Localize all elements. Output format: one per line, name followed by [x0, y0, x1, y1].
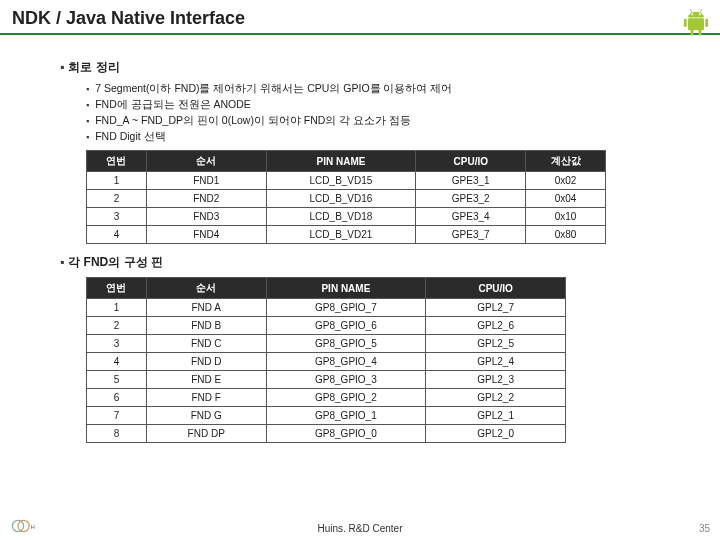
- table-cell: GPL2_1: [426, 407, 566, 425]
- footer-center-text: Huins. R&D Center: [317, 523, 402, 534]
- table-row: 4FND4LCD_B_VD21GPE3_70x80: [87, 226, 606, 244]
- table-row: 8FND DPGP8_GPIO_0GPL2_0: [87, 425, 566, 443]
- table-cell: GPE3_1: [416, 172, 526, 190]
- table-header-cell: CPU/IO: [416, 151, 526, 172]
- svg-rect-4: [699, 30, 702, 36]
- table-cell: FND B: [146, 317, 266, 335]
- svg-rect-3: [691, 30, 694, 36]
- table-cell: 4: [87, 226, 147, 244]
- section-2-heading: ▪각 FND의 구성 핀: [60, 254, 660, 271]
- table-cell: GPL2_4: [426, 353, 566, 371]
- list-item: 7 Segment(이하 FND)를 제어하기 위해서는 CPU의 GPIO를 …: [86, 82, 660, 96]
- table-cell: GPE3_4: [416, 208, 526, 226]
- table-cell: 2: [87, 190, 147, 208]
- table-header-cell: 순서: [146, 151, 266, 172]
- svg-point-7: [691, 13, 693, 15]
- bullet-square-icon: ▪: [60, 60, 64, 74]
- page-number: 35: [699, 523, 710, 534]
- list-item: FND에 공급되는 전원은 ANODE: [86, 98, 660, 112]
- table-cell: FND1: [146, 172, 266, 190]
- table-cell: GP8_GPIO_6: [266, 317, 426, 335]
- svg-line-5: [690, 9, 692, 13]
- table-cell: FND4: [146, 226, 266, 244]
- table-cell: 0x80: [526, 226, 606, 244]
- table-row: 2FND BGP8_GPIO_6GPL2_6: [87, 317, 566, 335]
- table-cell: GPL2_3: [426, 371, 566, 389]
- table-cell: LCD_B_VD18: [266, 208, 416, 226]
- table-cell: FND2: [146, 190, 266, 208]
- list-item: FND Digit 선택: [86, 130, 660, 144]
- table-row: 3FND3LCD_B_VD18GPE3_40x10: [87, 208, 606, 226]
- table-header-cell: CPU/IO: [426, 278, 566, 299]
- svg-rect-0: [688, 18, 704, 30]
- table-header-cell: 순서: [146, 278, 266, 299]
- table-cell: GPL2_5: [426, 335, 566, 353]
- table-cell: 3: [87, 335, 147, 353]
- table-cell: GP8_GPIO_3: [266, 371, 426, 389]
- table-cell: FND C: [146, 335, 266, 353]
- table-cell: 4: [87, 353, 147, 371]
- table-cell: LCD_B_VD15: [266, 172, 416, 190]
- table-cell: 3: [87, 208, 147, 226]
- table-cell: GPL2_7: [426, 299, 566, 317]
- section-1-bullets: 7 Segment(이하 FND)를 제어하기 위해서는 CPU의 GPIO를 …: [86, 82, 660, 144]
- table-cell: GP8_GPIO_7: [266, 299, 426, 317]
- table-cell: 1: [87, 172, 147, 190]
- table-cell: GPE3_2: [416, 190, 526, 208]
- table-cell: FND F: [146, 389, 266, 407]
- android-icon: [680, 6, 712, 38]
- table-header-row: 연번순서PIN NAMECPU/IO: [87, 278, 566, 299]
- table-cell: 0x10: [526, 208, 606, 226]
- table-cell: 0x04: [526, 190, 606, 208]
- table-cell: 2: [87, 317, 147, 335]
- svg-rect-1: [684, 19, 687, 27]
- table-header-cell: PIN NAME: [266, 151, 416, 172]
- table-row: 3FND CGP8_GPIO_5GPL2_5: [87, 335, 566, 353]
- table-header-cell: PIN NAME: [266, 278, 426, 299]
- table-cell: FND A: [146, 299, 266, 317]
- table-cell: GP8_GPIO_1: [266, 407, 426, 425]
- table-cell: 5: [87, 371, 147, 389]
- section-1-heading: ▪회로 정리: [60, 59, 660, 76]
- table-cell: 7: [87, 407, 147, 425]
- table-cell: GPL2_2: [426, 389, 566, 407]
- table-cell: FND G: [146, 407, 266, 425]
- table-row: 5FND EGP8_GPIO_3GPL2_3: [87, 371, 566, 389]
- table-fnd-pins: 연번순서PIN NAMECPU/IO 1FND AGP8_GPIO_7GPL2_…: [86, 277, 566, 443]
- footer: Huins. R&D Center 35: [0, 523, 720, 534]
- table-header-cell: 계산값: [526, 151, 606, 172]
- list-item: FND_A ~ FND_DP의 핀이 0(Low)이 되어야 FND의 각 요소…: [86, 114, 660, 128]
- section-2: ▪각 FND의 구성 핀 연번순서PIN NAMECPU/IO 1FND AGP…: [60, 254, 660, 443]
- table-fnd-digit: 연번순서PIN NAMECPU/IO계산값 1FND1LCD_B_VD15GPE…: [86, 150, 606, 244]
- svg-point-8: [699, 13, 701, 15]
- svg-line-6: [700, 9, 702, 13]
- table-row: 2FND2LCD_B_VD16GPE3_20x04: [87, 190, 606, 208]
- table-row: 1FND1LCD_B_VD15GPE3_10x02: [87, 172, 606, 190]
- table-cell: GP8_GPIO_5: [266, 335, 426, 353]
- table-cell: FND3: [146, 208, 266, 226]
- table-cell: GP8_GPIO_4: [266, 353, 426, 371]
- section-1: ▪회로 정리 7 Segment(이하 FND)를 제어하기 위해서는 CPU의…: [60, 59, 660, 244]
- table-cell: FND E: [146, 371, 266, 389]
- table-row: 7FND GGP8_GPIO_1GPL2_1: [87, 407, 566, 425]
- table-cell: 8: [87, 425, 147, 443]
- table-header-cell: 연번: [87, 278, 147, 299]
- table-cell: 0x02: [526, 172, 606, 190]
- table-header-row: 연번순서PIN NAMECPU/IO계산값: [87, 151, 606, 172]
- table-cell: GPL2_0: [426, 425, 566, 443]
- table-cell: GPL2_6: [426, 317, 566, 335]
- table-cell: GP8_GPIO_0: [266, 425, 426, 443]
- content-area: ▪회로 정리 7 Segment(이하 FND)를 제어하기 위해서는 CPU의…: [0, 35, 720, 443]
- table-cell: FND DP: [146, 425, 266, 443]
- svg-rect-2: [705, 19, 708, 27]
- table-header-cell: 연번: [87, 151, 147, 172]
- page-title: NDK / Java Native Interface: [0, 0, 720, 35]
- table-cell: 1: [87, 299, 147, 317]
- table-row: 1FND AGP8_GPIO_7GPL2_7: [87, 299, 566, 317]
- table-cell: GP8_GPIO_2: [266, 389, 426, 407]
- table-row: 4FND DGP8_GPIO_4GPL2_4: [87, 353, 566, 371]
- bullet-square-icon: ▪: [60, 255, 64, 269]
- table-cell: GPE3_7: [416, 226, 526, 244]
- table-cell: LCD_B_VD21: [266, 226, 416, 244]
- table-cell: LCD_B_VD16: [266, 190, 416, 208]
